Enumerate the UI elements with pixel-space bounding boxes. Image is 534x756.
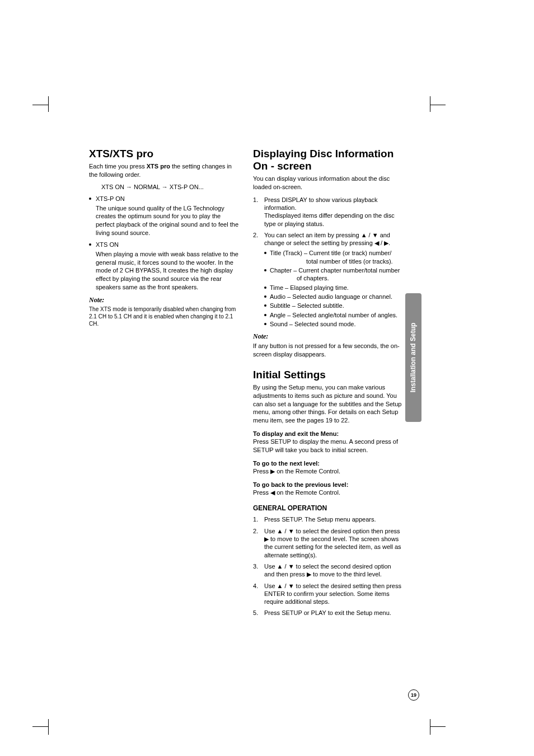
- display-info-heading: Displaying Disc Information On - screen: [253, 148, 402, 172]
- general-operation-head: GENERAL OPERATION: [253, 504, 402, 512]
- note-heading-2: Note:: [253, 332, 402, 341]
- gen-step-2: Use ▲ / ▼ to select the desired option t…: [253, 527, 402, 559]
- initial-settings-intro: By using the Setup menu, you can make va…: [253, 383, 402, 425]
- info-audio: Audio – Selected audio language or chann…: [264, 293, 402, 300]
- note-body: The XTS mode is temporarily disabled whe…: [89, 306, 238, 327]
- right-column: Displaying Disc Information On - screen …: [253, 148, 402, 621]
- gen-step-4: Use ▲ / ▼ to select the desired setting …: [253, 582, 402, 606]
- next-level-head: To go to the next level:: [253, 460, 402, 467]
- info-sound: Sound – Selected sound mode.: [264, 320, 402, 328]
- step-2: You can select an item by pressing ▲ / ▼…: [253, 231, 402, 328]
- xts-intro: Each time you press XTS pro the setting …: [89, 162, 238, 179]
- info-chapter: Chapter – Current chapter number/total n…: [264, 266, 402, 283]
- xts-heading: XTS/XTS pro: [89, 148, 238, 160]
- step-1: Press DISPLAY to show various playback i…: [253, 196, 402, 228]
- gen-step-3: Use ▲ / ▼ to select the second desired o…: [253, 562, 402, 579]
- left-column: XTS/XTS pro Each time you press XTS pro …: [89, 148, 238, 621]
- note-body-2: If any button is not pressed for a few s…: [253, 342, 402, 359]
- bullet-xtsp-on: XTS-P ON The unique sound quality of the…: [89, 195, 238, 237]
- section-tab: Installation and Setup: [405, 293, 421, 422]
- page-content: XTS/XTS pro Each time you press XTS pro …: [89, 148, 402, 621]
- info-items-list: Title (Track) – Current title (or track)…: [264, 249, 402, 328]
- initial-settings-heading: Initial Settings: [253, 369, 402, 381]
- info-angle: Angle – Selected angle/total number of a…: [264, 311, 402, 319]
- display-info-intro: You can display various information abou…: [253, 175, 402, 191]
- xts-sequence: XTS ON → NORMAL → XTS-P ON...: [101, 184, 238, 190]
- general-operation-steps: Press SETUP. The Setup menu appears. Use…: [253, 515, 402, 617]
- menu-display-body: Press SETUP to display the menu. A secon…: [253, 438, 402, 454]
- info-title: Title (Track) – Current title (or track)…: [264, 249, 402, 265]
- info-subtitle: Subtitle – Selected subtitle.: [264, 302, 402, 309]
- gen-step-1: Press SETUP. The Setup menu appears.: [253, 515, 402, 523]
- prev-level-head: To go back to the previous level:: [253, 481, 402, 488]
- menu-display-head: To display and exit the Menu:: [253, 430, 402, 437]
- xts-bullet-list: XTS-P ON The unique sound quality of the…: [89, 195, 238, 292]
- next-level-body: Press ▶ on the Remote Control.: [253, 467, 402, 476]
- info-time: Time – Elapsed playing time.: [264, 284, 402, 292]
- prev-level-body: Press ◀ on the Remote Control.: [253, 489, 402, 497]
- bullet-xts-on: XTS ON When playing a movie with weak ba…: [89, 241, 238, 292]
- section-tab-label: Installation and Setup: [410, 323, 418, 393]
- display-info-steps: Press DISPLAY to show various playback i…: [253, 196, 402, 328]
- gen-step-5: Press SETUP or PLAY to exit the Setup me…: [253, 609, 402, 617]
- page-number: 19: [408, 689, 419, 701]
- note-heading: Note:: [89, 296, 238, 304]
